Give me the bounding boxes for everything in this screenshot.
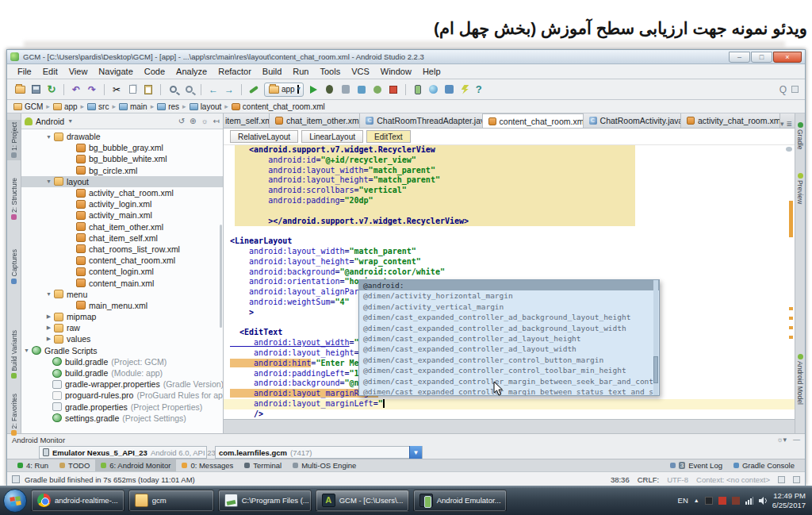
tree-item-proguard-rules-pro[interactable]: proguard-rules.pro(ProGuard Rules for ap… [21,390,223,401]
chevron-down-icon[interactable]: ▼ [409,446,422,459]
expand-arrow-icon[interactable]: ▼ [23,348,30,353]
taskbar-button-gcm-c-users-[interactable]: AGCM - [C:\Users\... [316,490,409,512]
breadcrumb-item-content_chat_room-xml[interactable]: content_chat_room.xml [230,102,327,111]
process-selector[interactable]: com.learnfiles.gcm (7417) ▼ [215,446,423,459]
menu-build[interactable]: Build [257,67,287,76]
sidebar-item-build-variants[interactable]: Build Variants [7,328,21,381]
avd-icon[interactable] [411,83,425,96]
back-icon[interactable]: ← [206,83,220,96]
sidebar-item-captures[interactable]: Captures [7,247,21,286]
network-icon[interactable] [745,497,753,505]
breadcrumb-item-app[interactable]: app [52,102,79,111]
caret-position[interactable]: 38:36 [611,475,630,484]
minimize-button[interactable]: – [729,52,750,63]
autocomplete-item[interactable]: @dimen/cast_expanded_controller_margin_b… [359,376,659,386]
save-icon[interactable] [29,83,43,96]
autocomplete-item[interactable]: @dimen/activity_vertical_margin [359,302,659,312]
breadcrumb-item-main[interactable]: main [117,102,149,111]
menu-window[interactable]: Window [375,67,417,76]
tree-item-activity_chat_room-xml[interactable]: activity_chat_room.xml [21,187,223,198]
lock-icon[interactable] [778,476,785,483]
tree-item-activity_main-xml[interactable]: activity_main.xml [21,209,223,221]
paste-icon[interactable] [141,83,155,96]
menu-file[interactable]: File [12,67,37,76]
gradle-sync-icon[interactable] [442,83,457,96]
sidebar-item-android-model[interactable]: Android Model [795,352,805,407]
help-icon[interactable]: ? [474,83,484,96]
tab-chatroomactivity-java[interactable]: CChatRoomActivity.java× [584,113,681,128]
toolwindow-button-terminal[interactable]: Terminal [239,459,287,471]
tree-item-gradle-scripts[interactable]: ▼Gradle Scripts [21,345,223,356]
menu-tools[interactable]: Tools [314,67,346,76]
tree-item-raw[interactable]: ▶raw [21,322,223,333]
tab-content_chat_room-xml[interactable]: content_chat_room.xml× [483,113,584,128]
sdk-icon[interactable] [427,83,441,96]
run-icon[interactable] [307,83,321,96]
instant-run-icon[interactable] [458,83,473,96]
minimize-panel-icon[interactable]: — [793,436,800,444]
tab-item_self-xml[interactable]: item_self.xml× [224,113,270,128]
tab-activity_chat_room-xml[interactable]: activity_chat_room.xml× [681,113,780,128]
replace-icon[interactable] [182,83,196,96]
sidebar-item-2-favorites[interactable]: 2: Favorites [7,391,21,438]
tab-chatroomthreadadapter-java[interactable]: CChatRoomThreadAdapter.java× [360,113,482,128]
tree-item-bg_circle-xml[interactable]: bg_circle.xml [21,165,223,176]
sidebar-item-1-project[interactable]: 1: Project [7,120,21,160]
coverage-icon[interactable] [339,83,353,96]
forward-icon[interactable]: → [222,83,236,96]
open-icon[interactable] [13,83,27,96]
toolwindow-button-todo[interactable]: TODO [54,459,95,471]
tree-item-drawable[interactable]: ▼drawable [21,131,223,142]
tree-item-settings-gradle[interactable]: settings.gradle(Project Settings) [21,413,223,424]
breadcrumb-item-layout[interactable]: layout [188,102,224,111]
autocomplete-item[interactable]: @android: [359,280,659,290]
menu-help[interactable]: Help [417,67,446,76]
gear-icon[interactable]: ☼ [201,117,208,125]
toolwindow-button-4-run[interactable]: 4: Run [12,459,54,471]
tree-item-bg_bubble_white-xml[interactable]: bg_bubble_white.xml [21,153,223,164]
menu-code[interactable]: Code [139,67,170,76]
menu-analyze[interactable]: Analyze [170,67,213,76]
tree-item-layout[interactable]: ▼layout [21,176,223,187]
tab-chat_item_other-xml[interactable]: chat_item_other.xml× [270,113,360,128]
taskbar-button-c-program-files-[interactable]: C:\Program Files (... [218,490,312,512]
xml-chip-linearlayout[interactable]: LinearLayout [301,130,363,143]
menu-view[interactable]: View [63,67,94,76]
autocomplete-item[interactable]: @dimen/cast_expanded_controller_control_… [359,365,659,375]
menu-navigate[interactable]: Navigate [93,67,138,76]
tree-item-gradle-properties[interactable]: gradle.properties(Project Properties) [21,402,223,413]
menu-run[interactable]: Run [287,67,314,76]
tree-item-content_main-xml[interactable]: content_main.xml [21,277,223,288]
tree-item-build-gradle[interactable]: build.gradle(Module: app) [21,367,223,379]
autocomplete-item[interactable]: @dimen/activity_horizontal_margin [359,290,659,301]
tree-item-content_login-xml[interactable]: content_login.xml [21,266,223,277]
expand-arrow-icon[interactable]: ▶ [45,336,52,342]
tree-item-gradle-wrapper-properties[interactable]: gradle-wrapper.properties(Gradle Version… [21,379,223,390]
device-selector[interactable]: Emulator Nexus_5_API_23 Android 6.0, API… [39,446,207,459]
menu-refactor[interactable]: Refactor [213,67,257,76]
autocomplete-item[interactable]: @dimen/cast_expanded_controller_control_… [359,355,659,365]
tree-item-bg_bubble_gray-xml[interactable]: bg_bubble_gray.xml [21,142,223,153]
tray-app-icon[interactable] [705,497,713,505]
clock[interactable]: 12:49 PM 6/25/2017 [772,491,809,510]
file-encoding[interactable]: UTF-8 [667,475,688,484]
tree-item-build-gradle[interactable]: build.gradle(Project: GCM) [21,356,223,367]
sidebar-item-gradle[interactable]: Gradle [795,120,805,152]
tray-flag-icon[interactable] [732,497,740,505]
expand-arrow-icon[interactable]: ▶ [45,325,52,331]
window-titlebar[interactable]: GCM - [C:\Users\pardis\Desktop\GCM] - [a… [7,50,805,64]
expand-arrow-icon[interactable]: ▼ [45,134,52,140]
maximize-button[interactable]: □ [751,52,772,63]
toolwindow-button-multi-os-engine[interactable]: Multi-OS Engine [287,459,362,471]
breadcrumb-item-res[interactable]: res [155,102,181,111]
hide-panel-icon[interactable]: ↤ [213,117,220,125]
debug-icon[interactable] [323,83,337,96]
tray-alert-icon[interactable] [718,497,726,505]
expand-arrow-icon[interactable]: ▼ [45,291,52,297]
tree-item-chat_item_other-xml[interactable]: chat_item_other.xml [21,221,223,233]
tree-item-activity_login-xml[interactable]: activity_login.xml [21,198,223,209]
toolwindow-button-6-android-monitor[interactable]: 6: Android Monitor [95,459,176,471]
find-icon[interactable] [166,83,180,96]
collapse-all-icon[interactable]: ↺ [178,117,185,125]
xml-chip-edittext[interactable]: EditText [366,130,411,143]
